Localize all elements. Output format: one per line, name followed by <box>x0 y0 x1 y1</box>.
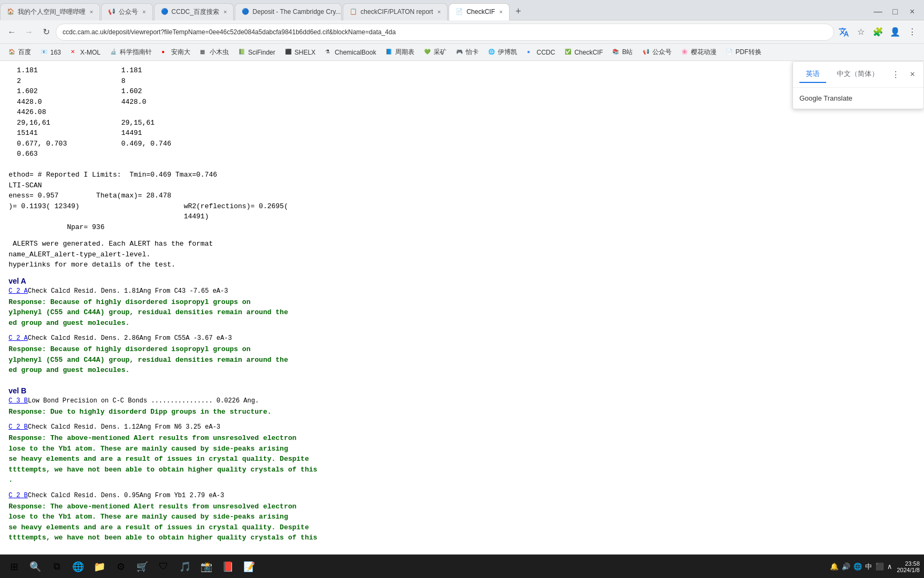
data-line-7: 15141 14491 <box>9 128 915 139</box>
tab-favicon-checkcif: 📄 <box>456 8 463 16</box>
taskbar-task-view[interactable]: ⧉ <box>47 557 66 576</box>
level-b-label: vel B <box>9 386 915 395</box>
system-tray-notification[interactable]: 🔔 <box>830 562 838 571</box>
bookmark-shelx[interactable]: ⬛ SHELX <box>281 46 320 59</box>
bookmark-favicon-checkcif2: ✅ <box>565 49 572 56</box>
bookmark-button[interactable]: ☆ <box>853 25 868 40</box>
bookmark-ccdc[interactable]: ● CCDC <box>522 46 559 59</box>
tab-gongzhonghao[interactable]: 📢 公众号 × <box>101 3 152 20</box>
new-tab-button[interactable]: + <box>511 4 526 19</box>
bookmark-caikuang[interactable]: 💚 采矿 <box>420 46 451 59</box>
taskbar-time-text: 23:58 <box>897 560 920 567</box>
taskbar-date-text: 2024/1/8 <box>897 567 920 573</box>
bookmark-xiaomuchong[interactable]: ▦ 小木虫 <box>196 46 233 59</box>
tab-close-checkcif-platon[interactable]: × <box>437 9 441 15</box>
alerts-intro-line2: name_ALERT_alert-type_alert-level. <box>9 249 915 260</box>
alert-a2-link[interactable]: C 2 A <box>9 334 28 342</box>
bookmark-favicon-bzhan: 📚 <box>612 49 620 56</box>
bookmark-anda[interactable]: ● 安南大 <box>157 46 195 59</box>
address-input[interactable]: ccdc.cam.ac.uk/deposit/viewreport?fileTe… <box>56 24 834 41</box>
data-line-2: 2 8 <box>9 76 915 87</box>
profile-button[interactable]: 👤 <box>888 25 903 40</box>
system-tray-network[interactable]: 🌐 <box>853 562 862 571</box>
taskbar-app2-icon[interactable]: 📸 <box>197 557 216 576</box>
system-tray-battery[interactable]: ⬛ <box>875 562 884 571</box>
tab-deposit[interactable]: 🔵 Deposit - The Cambridge Cry... × <box>235 3 342 20</box>
taskbar-start-button[interactable]: ⊞ <box>4 557 24 576</box>
menu-button[interactable]: ⋮ <box>905 25 920 40</box>
tab-bilibili[interactable]: 🏠 我的个人空间_哔哩哔哩 × <box>0 3 100 20</box>
bookmark-yibokai[interactable]: 🌐 伊博凯 <box>484 46 521 59</box>
alert-a2-text: Check Calcd Resid. Dens. 2.86Ang From C5… <box>28 334 232 342</box>
data-line-wr2a: )= 0.1193( 12349) wR2(reflections)= 0.26… <box>9 201 915 212</box>
taskbar-app3-icon[interactable]: 📕 <box>218 557 237 576</box>
tab-close-checkcif[interactable]: × <box>499 9 503 15</box>
spacer4 <box>9 378 915 386</box>
system-tray-volume[interactable]: 🔊 <box>842 562 850 571</box>
data-line-blank1 <box>9 159 915 170</box>
alert-b1-text: Low Bond Precision on C-C Bonds ........… <box>28 397 259 405</box>
bookmark-yinghua[interactable]: 🌸 樱花动漫 <box>677 46 721 59</box>
reload-button[interactable]: ↻ <box>38 25 53 40</box>
bookmark-periodictable[interactable]: 📘 周期表 <box>381 46 419 59</box>
bookmark-label-checkcif2: CheckCIF <box>574 49 603 56</box>
tab-checkcif[interactable]: 📄 CheckCIF × <box>449 3 510 20</box>
tab-close-gongzhonghao[interactable]: × <box>142 9 145 15</box>
alert-b3-link[interactable]: C 2 B <box>9 492 28 499</box>
taskbar-store-icon[interactable]: 🛒 <box>133 557 152 576</box>
bookmark-pdf[interactable]: 📄 PDF转换 <box>722 46 766 59</box>
bookmark-163[interactable]: 📧 163 <box>36 46 65 59</box>
close-window-button[interactable]: × <box>905 4 920 19</box>
system-tray-chevron[interactable]: ∧ <box>887 562 892 571</box>
taskbar-search-button[interactable]: 🔍 <box>26 557 45 576</box>
system-tray-ime[interactable]: 中 <box>865 562 872 572</box>
bookmark-xmol[interactable]: ✕ X-MOL <box>66 46 105 59</box>
alert-b2-text: Check Calcd Resid. Dens. 1.12Ang From N6… <box>28 423 220 431</box>
bookmark-chemicalbook[interactable]: ⚗ ChemicalBook <box>321 46 380 59</box>
taskbar-clock[interactable]: 23:58 2024/1/8 <box>897 560 920 573</box>
bookmark-label-periodictable: 周期表 <box>395 48 414 57</box>
taskbar-explorer-icon[interactable]: 📁 <box>90 557 109 576</box>
tab-ccdc-baidu[interactable]: 🔵 CCDC_百度搜索 × <box>154 3 234 20</box>
bookmark-scicompass[interactable]: 🔬 科学指南针 <box>106 46 156 59</box>
alert-b3-response: Response: The above-mentioned Alert resu… <box>9 501 915 543</box>
bookmark-favicon-pdf: 📄 <box>726 49 734 56</box>
maximize-button[interactable]: □ <box>888 4 903 19</box>
data-line-3: 1.602 1.602 <box>9 86 915 97</box>
tab-label-deposit: Deposit - The Cambridge Cry... <box>252 8 341 16</box>
bookmark-label-pdf: PDF转换 <box>736 48 761 57</box>
tab-checkcif-platon[interactable]: 📋 checkCIF/PLATON report × <box>343 3 448 20</box>
alert-a1-link[interactable]: C 2 A <box>9 287 28 295</box>
taskbar-settings-icon[interactable]: ⚙ <box>111 557 130 576</box>
bookmark-bzhan[interactable]: 📚 B站 <box>608 46 637 59</box>
bookmark-scifinder[interactable]: 📗 SciFinder <box>234 46 280 59</box>
bookmark-label-baidu: 百度 <box>18 48 31 57</box>
extensions-button[interactable]: 🧩 <box>871 25 886 40</box>
taskbar-app4-icon[interactable]: 📝 <box>240 557 259 576</box>
alert-b2-link[interactable]: C 2 B <box>9 423 28 431</box>
tab-close-bilibili[interactable]: × <box>90 9 93 15</box>
translate-english-button[interactable]: 英语 <box>799 66 826 83</box>
bookmarks-bar: 🏠 百度 📧 163 ✕ X-MOL 🔬 科学指南针 ● 安南大 ▦ 小木虫 📗… <box>0 44 924 61</box>
minimize-button[interactable]: — <box>871 4 886 19</box>
tab-close-ccdc-baidu[interactable]: × <box>224 9 227 15</box>
bookmark-checkcif[interactable]: ✅ CheckCIF <box>560 46 607 59</box>
translate-popup-close-button[interactable]: × <box>908 67 917 81</box>
forward-button[interactable]: → <box>21 25 36 40</box>
alert-b1-link[interactable]: C 3 B <box>9 397 28 405</box>
taskbar-security-icon[interactable]: 🛡 <box>154 557 173 576</box>
bookmark-gongzhonghao2[interactable]: 📢 公众号 <box>638 46 676 59</box>
translate-chinese-button[interactable]: 中文（简体） <box>830 66 885 83</box>
bookmark-label-yika: 怡卡 <box>466 48 479 57</box>
taskbar-app1-icon[interactable]: 🎵 <box>175 557 195 576</box>
page-content[interactable]: 1.181 1.181 2 8 1.602 1.602 4428.0 4428.… <box>0 61 924 554</box>
data-line-npar: Npar= 936 <box>9 222 915 233</box>
taskbar-chrome-icon[interactable]: 🌐 <box>68 557 88 576</box>
bookmark-baidu[interactable]: 🏠 百度 <box>4 46 35 59</box>
tab-label-checkcif-platon: checkCIF/PLATON report <box>360 8 433 16</box>
tab-favicon-ccdc-baidu: 🔵 <box>161 8 168 16</box>
translate-more-button[interactable]: ⋮ <box>889 67 902 82</box>
translate-page-button[interactable] <box>836 25 851 40</box>
bookmark-怡卡[interactable]: 🎮 怡卡 <box>452 46 483 59</box>
back-button[interactable]: ← <box>4 25 19 40</box>
